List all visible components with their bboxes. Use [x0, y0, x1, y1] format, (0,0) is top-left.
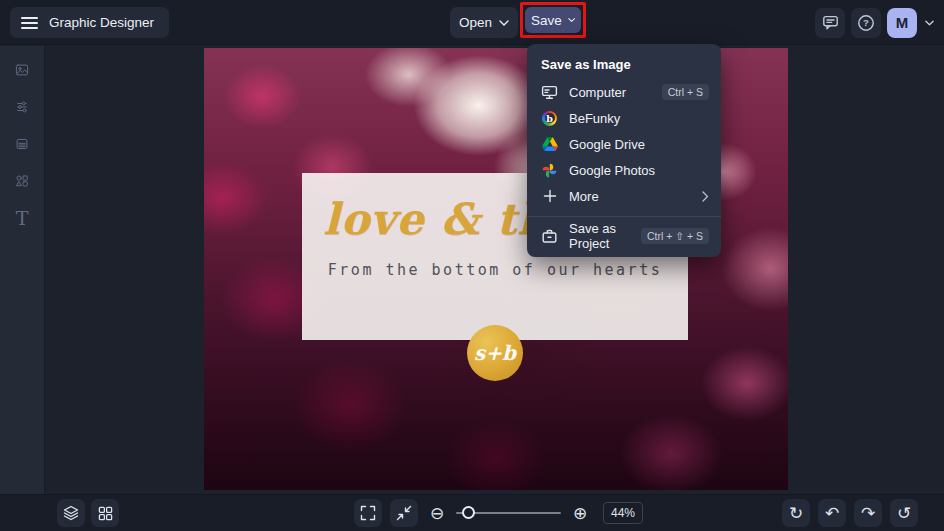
save-button-highlight-annotation: Save	[520, 2, 586, 38]
svg-text:?: ?	[863, 17, 869, 28]
open-button[interactable]: Open	[450, 7, 518, 38]
refresh-icon: ↻	[789, 503, 803, 523]
fit-to-screen-button[interactable]	[390, 499, 418, 527]
menu-item-google-drive[interactable]: Google Drive	[527, 131, 721, 157]
zoom-controls: ⊖ ⊕ 44%	[354, 499, 643, 527]
topbar-right-group: ? M	[815, 7, 936, 38]
fullscreen-button[interactable]	[354, 499, 382, 527]
chevron-down-icon	[568, 17, 575, 23]
app-title: Graphic Designer	[49, 15, 154, 30]
fit-to-screen-icon	[396, 505, 412, 521]
history-button[interactable]: ↺	[890, 499, 918, 527]
menu-item-label: Google Photos	[569, 163, 655, 178]
redo-button[interactable]: ↷	[854, 499, 882, 527]
avatar-initial: M	[896, 14, 909, 31]
sidebar-item-text[interactable]: T	[9, 207, 35, 229]
layers-button[interactable]	[57, 499, 85, 527]
text-icon: T	[16, 209, 29, 228]
comment-icon	[822, 14, 839, 31]
adjustments-icon	[15, 97, 29, 117]
save-button-label: Save	[531, 13, 562, 28]
menu-item-label: Computer	[569, 85, 626, 100]
zoom-out-button[interactable]: ⊖	[426, 499, 448, 527]
menu-item-save-as-project[interactable]: Save as Project Ctrl + ⇧ + S	[527, 223, 721, 249]
tools-sidebar: T	[0, 46, 45, 494]
redo-icon: ↷	[861, 503, 875, 523]
shortcut-badge: Ctrl + ⇧ + S	[641, 228, 709, 244]
save-button[interactable]: Save	[525, 7, 581, 33]
bottombar-left-group	[57, 499, 119, 527]
history-controls: ↻ ↶ ↷ ↺	[782, 499, 918, 527]
undo-icon: ↶	[825, 503, 839, 523]
menu-item-label: Google Drive	[569, 137, 645, 152]
grid-icon	[98, 506, 113, 521]
menu-item-label: Save as Project	[569, 221, 630, 251]
bottom-bar: ⊖ ⊕ 44% ↻ ↶ ↷ ↺	[0, 494, 944, 531]
layers-icon	[63, 505, 79, 521]
fullscreen-icon	[360, 505, 376, 521]
zoom-slider[interactable]	[456, 499, 561, 527]
reset-button[interactable]: ↻	[782, 499, 810, 527]
google-drive-icon	[541, 137, 558, 151]
shortcut-badge: Ctrl + S	[662, 84, 709, 100]
sidebar-item-graphics[interactable]	[9, 170, 35, 192]
briefcase-icon	[541, 228, 558, 245]
menu-item-google-photos[interactable]: Google Photos	[527, 157, 721, 183]
befunky-logo-icon: b	[541, 111, 558, 126]
zoom-slider-handle[interactable]	[462, 506, 475, 519]
sidebar-item-image-manager[interactable]	[9, 59, 35, 81]
menu-separator	[527, 216, 721, 217]
google-photos-icon	[541, 163, 558, 178]
zoom-level-indicator[interactable]: 44%	[603, 502, 643, 524]
menu-item-befunky[interactable]: b BeFunky	[527, 105, 721, 131]
history-icon: ↺	[897, 503, 911, 523]
monogram-badge[interactable]: s+b	[467, 325, 523, 381]
account-menu-chevron[interactable]	[923, 20, 936, 26]
top-bar: Graphic Designer Open Save	[0, 0, 944, 45]
card-subtitle-text[interactable]: From the bottom of our hearts	[302, 261, 688, 279]
plus-icon	[541, 189, 558, 203]
sidebar-item-templates[interactable]	[9, 133, 35, 155]
shapes-icon	[15, 171, 29, 191]
zoom-in-button[interactable]: ⊕	[569, 499, 591, 527]
hamburger-menu-icon	[21, 17, 38, 29]
help-button[interactable]: ?	[851, 8, 881, 38]
menu-item-label: More	[569, 189, 599, 204]
menu-item-more[interactable]: More	[527, 183, 721, 209]
templates-icon	[15, 134, 29, 154]
save-dropdown-menu: Save as Image Computer Ctrl + S b BeFunk…	[527, 44, 721, 257]
menu-item-label: BeFunky	[569, 111, 620, 126]
undo-button[interactable]: ↶	[818, 499, 846, 527]
menu-item-computer[interactable]: Computer Ctrl + S	[527, 79, 721, 105]
graphic-designer-app: Graphic Designer Open Save	[0, 0, 944, 531]
question-mark-icon: ?	[857, 14, 875, 32]
save-menu-header: Save as Image	[527, 49, 721, 79]
chevron-right-icon	[702, 191, 709, 202]
open-button-label: Open	[459, 15, 492, 30]
monogram-badge-text: s+b	[474, 341, 516, 365]
chevron-down-icon	[499, 20, 509, 26]
sidebar-item-edit[interactable]	[9, 96, 35, 118]
account-avatar[interactable]: M	[887, 8, 917, 38]
feedback-button[interactable]	[815, 8, 845, 38]
app-menu-button[interactable]: Graphic Designer	[10, 7, 169, 38]
computer-icon	[541, 84, 558, 101]
chevron-down-icon	[925, 20, 934, 26]
image-icon	[15, 60, 29, 80]
pages-grid-button[interactable]	[91, 499, 119, 527]
